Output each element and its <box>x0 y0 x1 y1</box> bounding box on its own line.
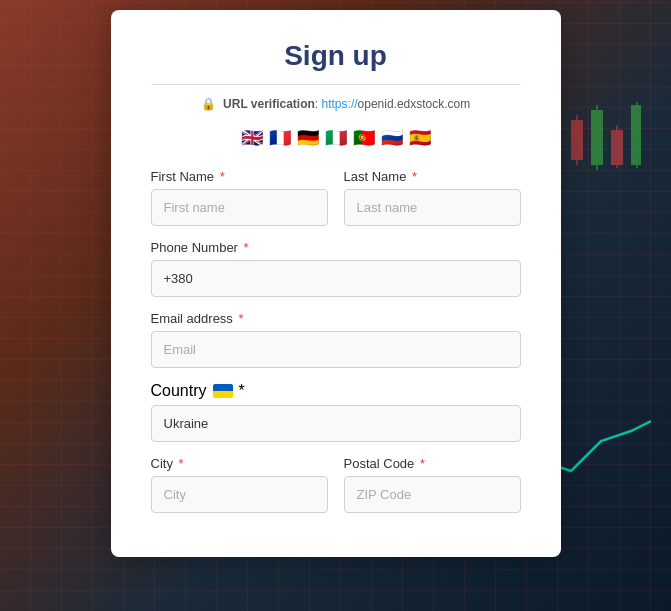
last-name-input[interactable] <box>344 189 521 226</box>
phone-label: Phone Number * <box>151 240 521 255</box>
modal-title: Sign up <box>151 40 521 85</box>
postal-code-group: Postal Code * <box>344 456 521 513</box>
country-input[interactable]: Ukraine <box>151 405 521 442</box>
ukraine-flag <box>213 384 233 398</box>
svg-rect-3 <box>631 105 641 165</box>
country-group: Country * Ukraine <box>151 382 521 442</box>
flag-de[interactable]: 🇩🇪 <box>297 127 319 149</box>
signup-modal: Sign up 🔒 URL verification: https://open… <box>111 10 561 557</box>
email-group: Email address * <box>151 311 521 368</box>
candle-decoration <box>561 100 641 220</box>
postal-code-input[interactable] <box>344 476 521 513</box>
last-name-label: Last Name * <box>344 169 521 184</box>
email-label: Email address * <box>151 311 521 326</box>
url-protocol: https:// <box>322 97 358 111</box>
postal-code-label: Postal Code * <box>344 456 521 471</box>
email-input[interactable] <box>151 331 521 368</box>
city-label: City * <box>151 456 328 471</box>
language-flags: 🇬🇧 🇫🇷 🇩🇪 🇮🇹 🇵🇹 🇷🇺 🇪🇸 <box>151 127 521 149</box>
city-group: City * <box>151 456 328 513</box>
first-name-input[interactable] <box>151 189 328 226</box>
flag-pt[interactable]: 🇵🇹 <box>353 127 375 149</box>
first-name-label: First Name * <box>151 169 328 184</box>
first-name-group: First Name * <box>151 169 328 226</box>
flag-it[interactable]: 🇮🇹 <box>325 127 347 149</box>
last-name-group: Last Name * <box>344 169 521 226</box>
url-verification-bar: 🔒 URL verification: https://openid.edxst… <box>151 97 521 111</box>
url-domain: openid.edxstock.com <box>358 97 471 111</box>
flag-es[interactable]: 🇪🇸 <box>409 127 431 149</box>
phone-group: Phone Number * <box>151 240 521 297</box>
flag-ru[interactable]: 🇷🇺 <box>381 127 403 149</box>
flag-en[interactable]: 🇬🇧 <box>241 127 263 149</box>
phone-input[interactable] <box>151 260 521 297</box>
name-row: First Name * Last Name * <box>151 169 521 226</box>
lock-icon: 🔒 <box>201 97 216 111</box>
url-verification-label: URL verification <box>223 97 315 111</box>
country-label-text: Country <box>151 382 207 400</box>
flag-fr[interactable]: 🇫🇷 <box>269 127 291 149</box>
city-postal-row: City * Postal Code * <box>151 456 521 513</box>
country-label-row: Country * <box>151 382 521 400</box>
city-input[interactable] <box>151 476 328 513</box>
